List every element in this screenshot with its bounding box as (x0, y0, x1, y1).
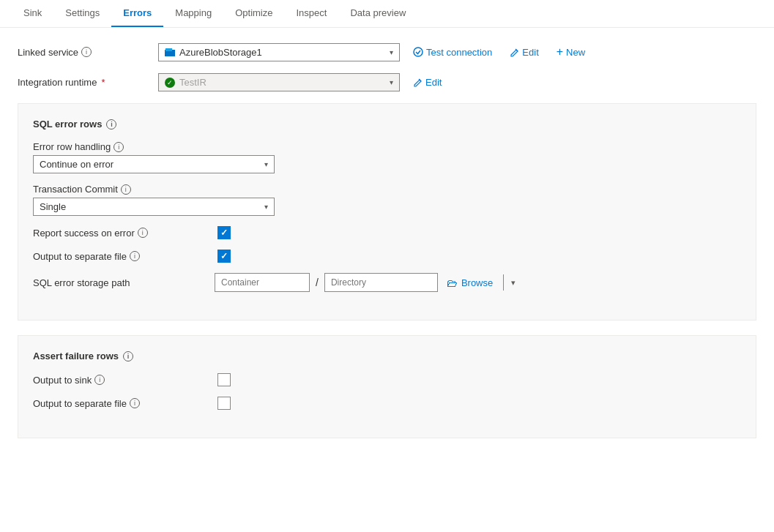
linked-service-row: Linked service i AzureBlobStorage1 ▾ Tes… (18, 42, 756, 61)
error-row-handling-label: Error row handling i (33, 141, 124, 152)
integration-runtime-chevron: ▾ (390, 78, 393, 86)
error-row-handling-field: Error row handling i Continue on error ▾ (33, 141, 741, 173)
output-to-sink-checkbox[interactable] (217, 373, 231, 386)
tab-optimize[interactable]: Optimize (223, 0, 284, 27)
error-row-handling-info-icon: i (114, 142, 124, 152)
output-separate-file-checkbox[interactable] (217, 250, 231, 263)
output-separate-file-label: Output to separate file i (33, 251, 209, 262)
report-success-checkbox[interactable] (217, 226, 231, 239)
new-icon: + (557, 45, 563, 59)
browse-chevron[interactable]: ▾ (511, 278, 516, 288)
assert-failure-info-icon: i (123, 351, 133, 361)
sql-error-rows-content: Error row handling i Continue on error ▾… (33, 132, 741, 305)
assert-output-separate-file-label: Output to separate file i (33, 398, 209, 409)
sql-error-rows-info-icon: i (106, 119, 116, 130)
assert-output-separate-file-checkbox[interactable] (217, 397, 231, 410)
tab-inspect[interactable]: Inspect (284, 0, 338, 27)
linked-service-dropdown[interactable]: AzureBlobStorage1 ▾ (158, 43, 400, 61)
output-separate-file-row: Output to separate file i (33, 250, 741, 263)
transaction-commit-chevron: ▾ (264, 203, 268, 211)
output-separate-file-info-icon: i (130, 251, 140, 261)
tab-data-preview[interactable]: Data preview (338, 0, 417, 27)
output-to-sink-row: Output to sink i (33, 373, 741, 386)
tab-sink[interactable]: Sink (12, 0, 53, 27)
runtime-status-icon (165, 78, 175, 88)
main-content: Linked service i AzureBlobStorage1 ▾ Tes… (0, 28, 774, 468)
report-success-label: Report success on error i (33, 228, 209, 239)
edit-runtime-button[interactable]: Edit (409, 74, 446, 91)
report-success-info-icon: i (138, 228, 148, 238)
tab-settings[interactable]: Settings (53, 0, 111, 27)
output-to-sink-label: Output to sink i (33, 375, 209, 386)
report-success-on-error-row: Report success on error i (33, 226, 741, 239)
assert-failure-rows-section: Assert failure rows i Output to sink i O… (18, 335, 756, 438)
assert-failure-rows-title: Assert failure rows i (33, 351, 741, 361)
browse-divider (503, 274, 504, 291)
integration-runtime-label: Integration runtime * (18, 77, 149, 88)
integration-runtime-value: TestIR (179, 77, 385, 88)
test-connection-button[interactable]: Test connection (409, 44, 496, 61)
integration-runtime-dropdown[interactable]: TestIR ▾ (158, 73, 400, 91)
edit-linked-service-button[interactable]: Edit (505, 44, 543, 61)
assert-output-separate-file-row: Output to separate file i (33, 397, 741, 410)
output-to-sink-info-icon: i (94, 375, 105, 385)
container-input[interactable] (215, 273, 310, 292)
sql-error-rows-title: SQL error rows i (33, 119, 741, 130)
tab-errors[interactable]: Errors (111, 0, 163, 27)
error-row-handling-chevron: ▾ (264, 160, 268, 168)
linked-service-label: Linked service i (18, 47, 149, 58)
transaction-commit-field: Transaction Commit i Single ▾ (33, 184, 741, 216)
blob-storage-icon (165, 47, 175, 57)
edit-runtime-icon (413, 78, 423, 87)
svg-point-2 (414, 48, 423, 56)
browse-button[interactable]: 🗁 Browse (444, 274, 496, 292)
required-asterisk: * (101, 77, 105, 88)
sql-error-storage-path-label: SQL error storage path (33, 277, 209, 288)
transaction-commit-label: Transaction Commit i (33, 184, 131, 195)
transaction-commit-value: Single (40, 201, 260, 212)
tabs-bar: Sink Settings Errors Mapping Optimize In… (0, 0, 774, 28)
assert-failure-rows-content: Output to sink i Output to separate file… (33, 364, 741, 423)
sql-error-storage-path-row: SQL error storage path / 🗁 Browse ▾ (33, 273, 741, 292)
linked-service-chevron: ▾ (390, 48, 393, 56)
integration-runtime-row: Integration runtime * TestIR ▾ Edit (18, 73, 756, 91)
transaction-commit-info-icon: i (121, 184, 131, 195)
tab-mapping[interactable]: Mapping (163, 0, 223, 27)
directory-input[interactable] (324, 273, 438, 292)
error-row-handling-value: Continue on error (40, 159, 260, 170)
new-linked-service-button[interactable]: + New (552, 42, 589, 61)
folder-icon: 🗁 (447, 277, 458, 289)
edit-icon (510, 48, 519, 57)
path-separator: / (316, 277, 319, 288)
sql-error-rows-section: SQL error rows i Error row handling i Co… (18, 103, 756, 321)
transaction-commit-dropdown[interactable]: Single ▾ (33, 198, 275, 216)
linked-service-info-icon: i (81, 47, 92, 57)
error-row-handling-dropdown[interactable]: Continue on error ▾ (33, 155, 275, 173)
linked-service-value: AzureBlobStorage1 (179, 47, 385, 58)
svg-rect-1 (165, 48, 172, 51)
assert-output-separate-info-icon: i (130, 398, 140, 408)
test-connection-icon (413, 47, 423, 57)
